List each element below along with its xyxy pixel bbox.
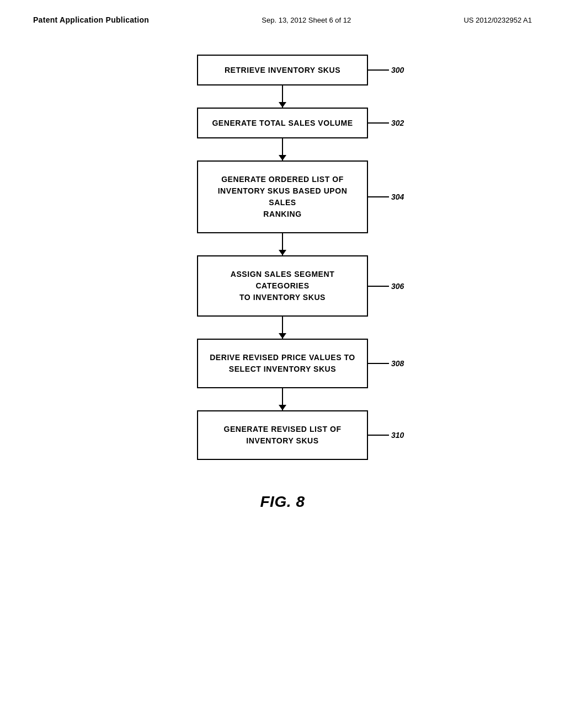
arrow-2 <box>282 138 283 160</box>
label-line-300: 300 <box>368 66 404 74</box>
box-306: ASSIGN SALES SEGMENT CATEGORIES TO INVEN… <box>197 255 368 317</box>
flowchart: RETRIEVE INVENTORY SKUS 300 GENERATE TOT… <box>0 24 565 533</box>
step-number-300: 300 <box>391 66 404 74</box>
box-302: GENERATE TOTAL SALES VOLUME <box>197 108 368 138</box>
connector-line-306 <box>368 286 389 287</box>
publication-label: Patent Application Publication <box>33 15 149 24</box>
box-310: GENERATE REVISED LIST OF INVENTORY SKUS <box>197 410 368 460</box>
label-line-302: 302 <box>368 119 404 127</box>
label-line-306: 306 <box>368 282 404 291</box>
patent-number-label: US 2012/0232952 A1 <box>463 16 532 24</box>
step-number-304: 304 <box>391 192 404 201</box>
connector-line-302 <box>368 122 389 124</box>
arrow-5 <box>282 388 283 410</box>
header: Patent Application Publication Sep. 13, … <box>0 0 565 24</box>
box-300-text: RETRIEVE INVENTORY SKUS <box>225 66 340 74</box>
step-number-308: 308 <box>391 359 404 368</box>
step-number-310: 310 <box>391 431 404 440</box>
step-row-302: GENERATE TOTAL SALES VOLUME 302 <box>197 108 368 138</box>
step-row-300: RETRIEVE INVENTORY SKUS 300 <box>197 55 368 85</box>
box-308: DERIVE REVISED PRICE VALUES TO SELECT IN… <box>197 339 368 388</box>
date-sheet-label: Sep. 13, 2012 Sheet 6 of 12 <box>262 16 351 24</box>
label-line-304: 304 <box>368 192 404 201</box>
step-number-302: 302 <box>391 119 404 127</box>
box-306-text: ASSIGN SALES SEGMENT CATEGORIES TO INVEN… <box>207 269 358 303</box>
connector-line-310 <box>368 435 389 436</box>
label-line-308: 308 <box>368 359 404 368</box>
box-304: GENERATE ORDERED LIST OF INVENTORY SKUS … <box>197 160 368 233</box>
figure-caption: FIG. 8 <box>260 493 305 511</box>
step-row-306: ASSIGN SALES SEGMENT CATEGORIES TO INVEN… <box>197 255 368 317</box>
connector-line-308 <box>368 363 389 364</box>
page: Patent Application Publication Sep. 13, … <box>0 0 565 728</box>
arrow-1 <box>282 85 283 108</box>
step-number-306: 306 <box>391 282 404 291</box>
connector-line-300 <box>368 69 389 71</box>
connector-line-304 <box>368 196 389 197</box>
arrow-3 <box>282 233 283 255</box>
step-row-308: DERIVE REVISED PRICE VALUES TO SELECT IN… <box>197 339 368 388</box>
box-304-text: GENERATE ORDERED LIST OF INVENTORY SKUS … <box>207 174 358 220</box>
box-302-text: GENERATE TOTAL SALES VOLUME <box>212 119 353 127</box>
box-310-text: GENERATE REVISED LIST OF INVENTORY SKUS <box>223 424 341 447</box>
arrow-4 <box>282 317 283 339</box>
step-row-304: GENERATE ORDERED LIST OF INVENTORY SKUS … <box>197 160 368 233</box>
box-300: RETRIEVE INVENTORY SKUS <box>197 55 368 85</box>
step-row-310: GENERATE REVISED LIST OF INVENTORY SKUS … <box>197 410 368 460</box>
box-308-text: DERIVE REVISED PRICE VALUES TO SELECT IN… <box>210 352 355 375</box>
label-line-310: 310 <box>368 431 404 440</box>
